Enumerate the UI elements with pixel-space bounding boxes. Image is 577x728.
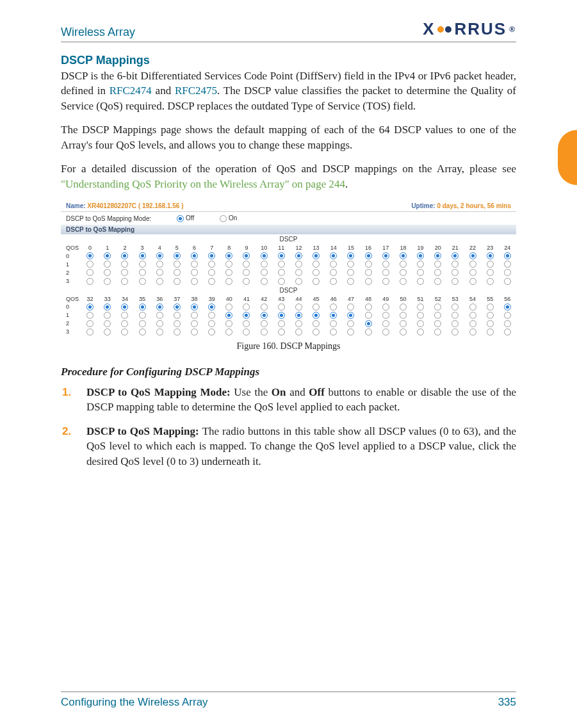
- dscp-radio[interactable]: [261, 303, 268, 311]
- dscp-radio[interactable]: [278, 278, 285, 285]
- dscp-radio[interactable]: [261, 328, 268, 336]
- dscp-radio[interactable]: [347, 252, 354, 259]
- dscp-radio[interactable]: [208, 269, 215, 276]
- dscp-radio[interactable]: [365, 312, 372, 319]
- dscp-radio[interactable]: [313, 278, 320, 285]
- dscp-radio[interactable]: [417, 303, 424, 311]
- rfc-link[interactable]: RFC2475: [175, 85, 217, 97]
- dscp-radio[interactable]: [121, 328, 128, 336]
- dscp-radio[interactable]: [347, 303, 354, 311]
- dscp-radio[interactable]: [208, 278, 215, 285]
- dscp-radio[interactable]: [156, 278, 163, 285]
- dscp-radio[interactable]: [417, 328, 424, 336]
- dscp-radio[interactable]: [243, 320, 250, 327]
- dscp-radio[interactable]: [156, 261, 163, 268]
- dscp-radio[interactable]: [191, 328, 198, 336]
- dscp-radio[interactable]: [139, 252, 146, 259]
- dscp-radio[interactable]: [487, 252, 494, 259]
- dscp-radio[interactable]: [278, 328, 285, 336]
- dscp-radio[interactable]: [261, 320, 268, 327]
- dscp-radio[interactable]: [451, 328, 459, 336]
- dscp-radio[interactable]: [295, 303, 302, 311]
- dscp-radio[interactable]: [330, 269, 337, 276]
- dscp-radio[interactable]: [278, 261, 285, 268]
- dscp-radio[interactable]: [121, 278, 128, 285]
- dscp-radio[interactable]: [191, 269, 198, 276]
- dscp-radio[interactable]: [417, 252, 424, 259]
- dscp-radio[interactable]: [365, 261, 372, 268]
- dscp-radio[interactable]: [400, 303, 407, 311]
- dscp-radio[interactable]: [208, 252, 215, 259]
- dscp-radio[interactable]: [121, 252, 128, 259]
- dscp-radio[interactable]: [487, 269, 494, 276]
- dscp-radio[interactable]: [382, 303, 389, 311]
- dscp-radio[interactable]: [451, 320, 459, 327]
- dscp-radio[interactable]: [174, 278, 181, 285]
- dscp-radio[interactable]: [400, 320, 407, 327]
- dscp-radio[interactable]: [121, 312, 128, 319]
- dscp-radio[interactable]: [139, 261, 146, 268]
- dscp-radio[interactable]: [208, 303, 215, 311]
- dscp-radio[interactable]: [313, 320, 320, 327]
- dscp-radio[interactable]: [295, 261, 302, 268]
- dscp-radio[interactable]: [330, 303, 337, 311]
- dscp-radio[interactable]: [278, 252, 285, 259]
- dscp-radio[interactable]: [295, 278, 302, 285]
- dscp-radio[interactable]: [243, 252, 250, 259]
- dscp-radio[interactable]: [347, 328, 354, 336]
- dscp-radio[interactable]: [487, 312, 494, 319]
- dscp-radio[interactable]: [504, 261, 511, 268]
- dscp-radio[interactable]: [191, 261, 198, 268]
- dscp-radio[interactable]: [382, 312, 389, 319]
- dscp-radio[interactable]: [313, 252, 320, 259]
- dscp-radio[interactable]: [295, 312, 302, 319]
- dscp-radio[interactable]: [451, 252, 459, 259]
- dscp-radio[interactable]: [347, 269, 354, 276]
- dscp-radio[interactable]: [174, 261, 181, 268]
- dscp-radio[interactable]: [104, 328, 111, 336]
- dscp-radio[interactable]: [487, 261, 494, 268]
- dscp-radio[interactable]: [243, 303, 250, 311]
- dscp-radio[interactable]: [191, 320, 198, 327]
- dscp-radio[interactable]: [208, 261, 215, 268]
- dscp-radio[interactable]: [243, 328, 250, 336]
- dscp-radio[interactable]: [139, 320, 146, 327]
- dscp-radio[interactable]: [225, 320, 232, 327]
- dscp-radio[interactable]: [313, 269, 320, 276]
- dscp-radio[interactable]: [243, 312, 250, 319]
- dscp-radio[interactable]: [261, 261, 268, 268]
- dscp-radio[interactable]: [434, 252, 441, 259]
- dscp-radio[interactable]: [451, 269, 459, 276]
- dscp-radio[interactable]: [469, 269, 476, 276]
- dscp-radio[interactable]: [400, 278, 407, 285]
- rfc-link[interactable]: RFC2474: [110, 85, 152, 97]
- dscp-radio[interactable]: [469, 320, 476, 327]
- dscp-radio[interactable]: [504, 303, 511, 311]
- dscp-radio[interactable]: [278, 320, 285, 327]
- dscp-radio[interactable]: [330, 328, 337, 336]
- dscp-radio[interactable]: [243, 261, 250, 268]
- dscp-radio[interactable]: [382, 328, 389, 336]
- dscp-radio[interactable]: [156, 269, 163, 276]
- dscp-radio[interactable]: [417, 269, 424, 276]
- dscp-radio[interactable]: [139, 278, 146, 285]
- dscp-radio[interactable]: [313, 261, 320, 268]
- dscp-radio[interactable]: [191, 312, 198, 319]
- dscp-radio[interactable]: [174, 328, 181, 336]
- dscp-radio[interactable]: [330, 278, 337, 285]
- dscp-radio[interactable]: [208, 320, 215, 327]
- dscp-radio[interactable]: [191, 252, 198, 259]
- dscp-radio[interactable]: [86, 252, 93, 259]
- dscp-radio[interactable]: [86, 278, 93, 285]
- dscp-radio[interactable]: [382, 278, 389, 285]
- dscp-radio[interactable]: [104, 278, 111, 285]
- dscp-radio[interactable]: [243, 269, 250, 276]
- dscp-radio[interactable]: [104, 261, 111, 268]
- dscp-radio[interactable]: [104, 303, 111, 311]
- dscp-radio[interactable]: [104, 312, 111, 319]
- dscp-radio[interactable]: [417, 278, 424, 285]
- dscp-radio[interactable]: [417, 261, 424, 268]
- dscp-radio[interactable]: [174, 252, 181, 259]
- dscp-radio[interactable]: [504, 252, 511, 259]
- dscp-radio[interactable]: [469, 328, 476, 336]
